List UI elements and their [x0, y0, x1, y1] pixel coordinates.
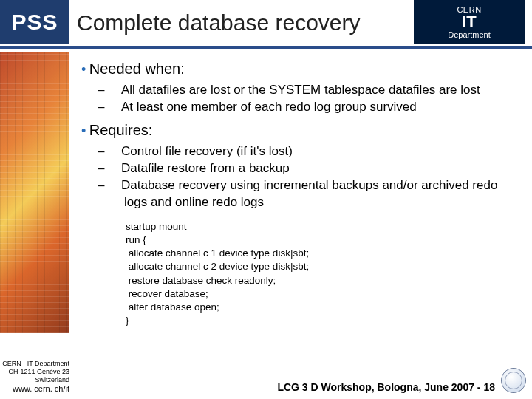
slide-content: • Needed when: –All datafiles are lost o… [81, 61, 517, 327]
bullet-2-label: Requires: [89, 122, 153, 138]
pss-badge: PSS [0, 0, 69, 44]
footer-line: CERN - IT Department [0, 360, 69, 368]
footer-url: www. cern. ch/it [0, 384, 69, 395]
list-item: –Control file recovery (if it's lost) [111, 143, 517, 160]
logo-line3: Department [448, 30, 490, 39]
list-item: –Datafile restore from a backup [111, 160, 517, 177]
footer-address: CERN - IT Department CH-1211 Genève 23 S… [0, 360, 69, 395]
event-label: LCG 3 D Workshop, Bologna, June 2007 - 1… [277, 381, 495, 393]
header-bar: PSS Complete database recovery CERN IT D… [0, 0, 532, 49]
footer-line: CH-1211 Genève 23 [0, 368, 69, 376]
bullet-1: • Needed when: [81, 61, 517, 78]
list-item: –All datafiles are lost or the SYSTEM ta… [111, 82, 517, 99]
code-block: startup mount run { allocate channel c 1… [126, 220, 517, 328]
bullet-icon: • [81, 62, 86, 77]
slide-title: Complete database recovery [77, 10, 361, 35]
list-item: –Database recovery using incremental bac… [111, 177, 517, 211]
list-item: –At least one member of each redo log gr… [111, 99, 517, 116]
cern-it-logo: CERN IT Department [414, 0, 525, 44]
bullet-1-label: Needed when: [89, 61, 185, 77]
globe-icon [501, 368, 526, 393]
bullet-2-sub: –Control file recovery (if it's lost) –D… [111, 143, 517, 211]
bullet-1-sub: –All datafiles are lost or the SYSTEM ta… [111, 82, 517, 116]
bullet-icon: • [81, 123, 86, 138]
sidebar-decoration [0, 52, 69, 332]
bullet-2: • Requires: [81, 122, 517, 139]
footer-line: Switzerland [0, 376, 69, 384]
logo-line2: IT [462, 14, 477, 30]
